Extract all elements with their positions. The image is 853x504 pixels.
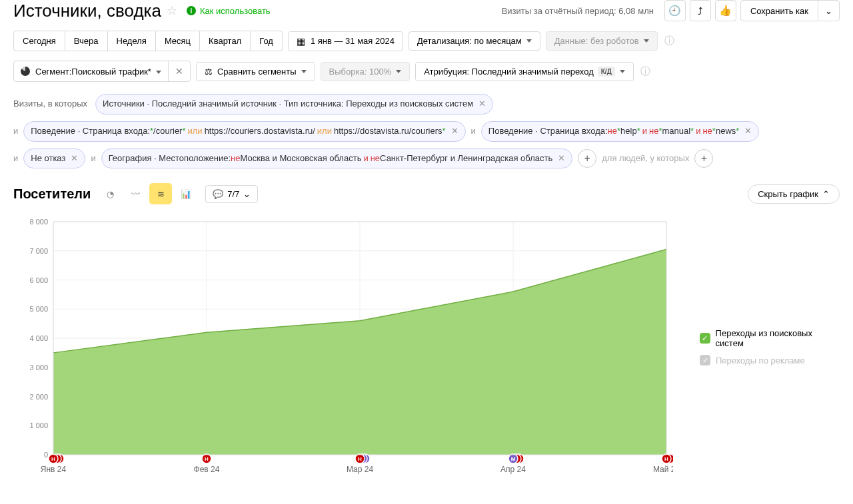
filter-chip-entry-exclude[interactable]: Поведение · Страница входа: не *help* и …	[481, 121, 760, 142]
chevron-down-icon	[151, 67, 161, 77]
people-hint: для людей, у которых	[602, 152, 689, 166]
filter-chip-entry-include[interactable]: Поведение · Страница входа: */courier* и…	[23, 121, 465, 142]
filters-visits-label: Визиты, в которых	[13, 97, 87, 111]
period-tab[interactable]: Год	[251, 31, 282, 51]
sampling-label: Выборка: 100%	[329, 67, 392, 77]
svg-text:Янв 24: Янв 24	[41, 465, 67, 474]
help-icon[interactable]: ⓘ	[664, 35, 674, 47]
howto-link[interactable]: i Как использовать	[187, 6, 271, 16]
svg-text:Фев 24: Фев 24	[194, 465, 220, 474]
compare-icon: ⚖	[205, 67, 213, 77]
hide-chart-label: Скрыть график	[758, 189, 818, 199]
segment-name: Поисковый трафик*	[71, 67, 151, 77]
and-separator: и	[13, 152, 18, 166]
svg-text:H: H	[51, 456, 55, 462]
chip-text: Не отказ	[31, 152, 65, 166]
page-title: Источники, сводка	[13, 1, 161, 21]
svg-text:Апр 24: Апр 24	[500, 465, 526, 474]
legend-item[interactable]: ✓Переходы по рекламе	[700, 355, 840, 366]
hide-chart-button[interactable]: Скрыть график ⌃	[748, 184, 840, 204]
chart-type-pie-icon[interactable]: ◔	[99, 183, 121, 204]
save-as-button[interactable]: Сохранить как ⌄	[740, 0, 840, 21]
filter-chip-bounce[interactable]: Не отказ ✕	[23, 148, 85, 169]
robots-data-select: Данные: без роботов	[546, 31, 658, 51]
save-as-label: Сохранить как	[741, 6, 818, 16]
comment-icon: 💬	[213, 189, 223, 199]
svg-text:7 000: 7 000	[29, 247, 48, 255]
add-filter-button[interactable]: +	[578, 149, 596, 168]
visits-total: Визиты за отчётный период: 6,08 млн	[502, 6, 654, 16]
svg-text:8 000: 8 000	[29, 218, 48, 226]
chip-remove-icon[interactable]: ✕	[451, 125, 458, 138]
and-separator: и	[91, 152, 95, 166]
compare-segments-button[interactable]: ⚖ Сравнить сегменты	[196, 62, 315, 81]
segment-close-button[interactable]: ✕	[168, 61, 190, 81]
svg-text:0: 0	[44, 451, 48, 459]
chip-remove-icon[interactable]: ✕	[478, 97, 486, 111]
period-tab[interactable]: Сегодня	[14, 31, 65, 51]
export-icon[interactable]: ⤴	[690, 0, 711, 21]
chip-remove-icon[interactable]: ✕	[744, 125, 752, 138]
chart-type-line-icon[interactable]: 〰	[124, 183, 147, 204]
date-range-label: 1 янв — 31 мая 2024	[311, 36, 395, 46]
pie-icon	[21, 67, 30, 76]
series-count-label: 7/7	[227, 189, 239, 199]
chart-legend: ✓Переходы из поисковых систем✓Переходы п…	[700, 215, 840, 483]
and-separator: и	[471, 125, 476, 138]
chevron-up-icon: ⌃	[822, 189, 830, 199]
robots-data-label: Данные: без роботов	[554, 36, 639, 46]
howto-label: Как использовать	[200, 6, 271, 16]
chip-remove-icon[interactable]: ✕	[71, 152, 78, 166]
bookmark-icon[interactable]: ☆	[167, 3, 177, 18]
svg-text:3 000: 3 000	[29, 364, 48, 372]
svg-text:5 000: 5 000	[29, 306, 48, 314]
legend-item[interactable]: ✓Переходы из поисковых систем	[700, 328, 840, 348]
svg-text:4 000: 4 000	[29, 334, 48, 342]
segment-selector[interactable]: Сегмент: Поисковый трафик* ✕	[13, 61, 191, 82]
chevron-down-icon[interactable]: ⌄	[818, 1, 839, 21]
svg-text:6 000: 6 000	[29, 276, 48, 284]
series-count-select[interactable]: 💬 7/7 ⌄	[205, 185, 258, 203]
chart: 01 0002 0003 0004 0005 0006 0007 0008 00…	[13, 215, 673, 483]
add-people-filter-button[interactable]: +	[694, 149, 713, 168]
granularity-label: Детализация: по месяцам	[417, 36, 522, 46]
metric-title: Посетители	[13, 186, 91, 202]
attribution-label: Атрибуция: Последний значимый переход	[424, 67, 594, 77]
info-icon: i	[187, 6, 196, 15]
filter-chip-geo[interactable]: География · Местоположение: не Москва и …	[101, 148, 573, 169]
chart-type-area-icon[interactable]: ≋	[149, 183, 172, 204]
legend-checkbox[interactable]: ✓	[700, 333, 710, 344]
segment-prefix: Сегмент:	[35, 67, 71, 77]
sampling-select: Выборка: 100%	[321, 62, 411, 81]
chart-type-group: ◔ 〰 ≋ 📊	[99, 183, 197, 204]
chart-type-bar-icon[interactable]: 📊	[175, 183, 197, 204]
period-tab[interactable]: Месяц	[156, 31, 200, 51]
granularity-select[interactable]: Детализация: по месяцам	[409, 31, 540, 51]
svg-text:H: H	[205, 456, 209, 462]
svg-text:Май 24: Май 24	[653, 465, 673, 474]
chevron-down-icon: ⌄	[243, 189, 251, 199]
legend-label: Переходы из поисковых систем	[716, 328, 840, 348]
chip-remove-icon[interactable]: ✕	[558, 152, 565, 166]
attribution-badge: К/Д	[598, 67, 615, 77]
compare-segments-label: Сравнить сегменты	[217, 67, 297, 77]
calendar-icon: ▦	[297, 36, 305, 47]
thumbs-icon[interactable]: 👍	[715, 0, 736, 21]
date-range-picker[interactable]: ▦ 1 янв — 31 мая 2024	[288, 31, 403, 51]
svg-text:2 000: 2 000	[29, 393, 48, 401]
period-tab[interactable]: Вчера	[65, 31, 108, 51]
legend-label: Переходы по рекламе	[716, 356, 805, 366]
attribution-select[interactable]: Атрибуция: Последний значимый переход К/…	[415, 62, 634, 81]
chip-text: Источники · Последний значимый источник …	[103, 97, 473, 111]
svg-text:H: H	[358, 456, 362, 462]
svg-text:1 000: 1 000	[29, 422, 48, 430]
help-icon[interactable]: ⓘ	[640, 65, 650, 78]
and-separator: и	[13, 125, 18, 138]
period-tab[interactable]: Неделя	[108, 31, 156, 51]
period-tabbar: СегодняВчераНеделяМесяцКварталГод	[13, 31, 283, 51]
period-tab[interactable]: Квартал	[200, 31, 251, 51]
filter-chip-source[interactable]: Источники · Последний значимый источник …	[95, 94, 493, 115]
history-icon[interactable]: 🕘	[664, 0, 686, 21]
legend-checkbox[interactable]: ✓	[700, 355, 710, 366]
svg-text:H: H	[664, 456, 668, 462]
